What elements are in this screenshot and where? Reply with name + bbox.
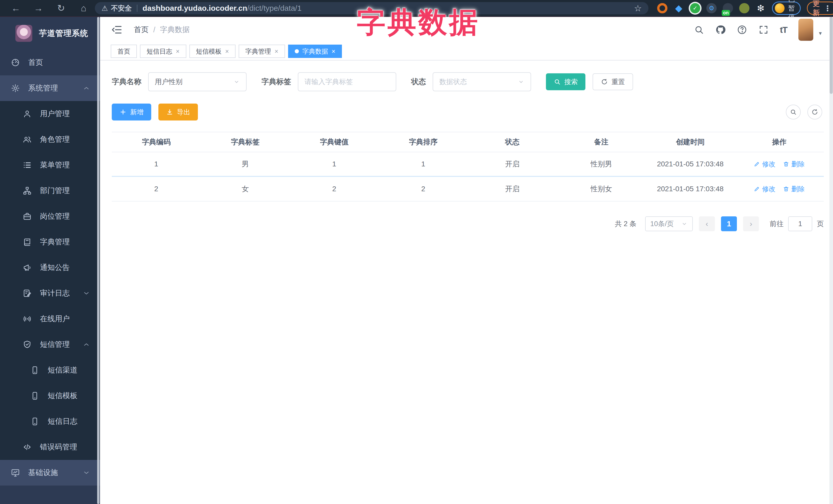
- browser-profile-chip[interactable]: 已暂停: [772, 2, 801, 15]
- reset-button-label: 重置: [612, 77, 625, 87]
- sidebar-item-sms-channel[interactable]: 短信渠道: [0, 357, 100, 383]
- scrollbar-thumb[interactable]: [830, 17, 833, 94]
- sidebar-item-label: 角色管理: [40, 134, 70, 145]
- app-logo: [15, 25, 32, 42]
- close-icon[interactable]: ×: [275, 48, 278, 55]
- extension-check-icon[interactable]: ✓: [690, 3, 700, 13]
- add-button-label: 新增: [130, 108, 144, 117]
- cell-created: 2021-01-05 17:03:48: [646, 185, 735, 193]
- reload-icon[interactable]: ↻: [50, 3, 72, 14]
- dict-label-input[interactable]: [305, 78, 395, 86]
- table-toolbar: 新增 导出: [112, 103, 824, 120]
- tab-sms-template[interactable]: 短信模板 ×: [189, 45, 236, 58]
- browser-window: ← → ↻ ⌂ ⚠ 不安全 dashboard.yudao.iocoder.cn…: [0, 0, 833, 504]
- sidebar-item-notice[interactable]: 通知公告: [0, 255, 100, 281]
- collapse-sidebar-icon[interactable]: [111, 24, 122, 35]
- extension-icon[interactable]: ◆: [673, 3, 684, 13]
- tab-dict-data[interactable]: 字典数据 ×: [288, 45, 342, 58]
- user-avatar[interactable]: [799, 19, 813, 41]
- navbar-actions: tT ▾: [694, 19, 822, 41]
- sidebar-item-label: 系统管理: [28, 83, 58, 93]
- dictionary-icon: [23, 237, 32, 247]
- sidebar-scrollbar[interactable]: [97, 17, 99, 504]
- export-button[interactable]: 导出: [159, 103, 198, 120]
- fullscreen-icon[interactable]: [758, 25, 769, 35]
- sidebar-item-home[interactable]: 首页: [0, 50, 100, 75]
- extension-icon[interactable]: on: [723, 3, 733, 13]
- edit-link[interactable]: 修改: [754, 160, 775, 169]
- refresh-table-button[interactable]: [807, 104, 822, 119]
- search-icon[interactable]: [694, 25, 704, 35]
- edit-link[interactable]: 修改: [754, 185, 775, 194]
- font-size-icon[interactable]: tT: [780, 25, 787, 35]
- home-icon[interactable]: ⌂: [72, 3, 95, 14]
- next-page-button[interactable]: ›: [743, 216, 759, 231]
- sidebar-item-sms-log[interactable]: 短信日志: [0, 409, 100, 434]
- forward-icon[interactable]: →: [27, 3, 50, 14]
- close-icon[interactable]: ×: [332, 48, 335, 55]
- extension-icon[interactable]: ⚙: [706, 3, 717, 13]
- sidebar-item-roles[interactable]: 角色管理: [0, 127, 100, 152]
- tab-home[interactable]: 首页: [111, 45, 137, 58]
- code-icon: [23, 442, 32, 452]
- back-icon[interactable]: ←: [5, 3, 27, 14]
- sidebar-item-online-users[interactable]: 在线用户: [0, 306, 100, 332]
- dashboard-icon: [11, 58, 20, 67]
- goto-page-input[interactable]: [788, 216, 812, 231]
- sidebar-item-sms[interactable]: 短信管理: [0, 332, 100, 357]
- prev-page-button[interactable]: ‹: [699, 216, 715, 231]
- page-size-value: 10条/页: [650, 219, 681, 229]
- extensions-puzzle-icon[interactable]: ❇: [756, 3, 766, 13]
- close-icon[interactable]: ×: [225, 48, 229, 55]
- sidebar-item-users[interactable]: 用户管理: [0, 101, 100, 127]
- breadcrumb-home[interactable]: 首页: [134, 25, 149, 35]
- refresh-icon: [811, 109, 818, 116]
- sidebar-item-departments[interactable]: 部门管理: [0, 178, 100, 203]
- column-header: 字典排序: [379, 137, 468, 147]
- window-scrollbar[interactable]: [829, 17, 833, 504]
- sidebar-item-dict[interactable]: 字典管理: [0, 229, 100, 255]
- sidebar-item-label: 短信模板: [48, 391, 77, 401]
- toggle-search-button[interactable]: [786, 104, 801, 119]
- browser-update-button[interactable]: 更新 ⋮: [807, 2, 833, 15]
- dict-data-table: 字典编码 字典标签 字典键值 字典排序 状态 备注 创建时间 操作 1 男 1 …: [112, 132, 824, 201]
- edit-label: 修改: [762, 160, 775, 169]
- sidebar-item-posts[interactable]: 岗位管理: [0, 203, 100, 229]
- sidebar-item-infrastructure[interactable]: 基础设施: [0, 460, 100, 485]
- add-button[interactable]: 新增: [112, 103, 151, 120]
- cell-value: 2: [290, 185, 379, 193]
- bookmark-star-icon[interactable]: ☆: [634, 3, 642, 13]
- app-logo-row[interactable]: 芋道管理系统: [0, 17, 100, 50]
- sidebar-item-sms-template[interactable]: 短信模板: [0, 383, 100, 409]
- dict-label-label: 字典标签: [261, 77, 291, 87]
- search-button[interactable]: 搜索: [546, 73, 586, 90]
- dict-name-select[interactable]: 用户性别: [148, 72, 246, 91]
- page-size-select[interactable]: 10条/页: [645, 216, 693, 231]
- page-content: 字典名称 用户性别 字典标签 状态 数据状态: [100, 61, 833, 504]
- tab-sms-log[interactable]: 短信日志 ×: [140, 45, 186, 58]
- extension-icon[interactable]: [657, 3, 667, 13]
- column-header: 字典编码: [112, 137, 201, 147]
- phone-icon: [30, 391, 40, 401]
- chevron-up-icon: [82, 341, 90, 349]
- page-number-button[interactable]: 1: [721, 216, 737, 231]
- sidebar-item-error-code[interactable]: 错误码管理: [0, 434, 100, 460]
- sidebar-item-audit-log[interactable]: 审计日志: [0, 281, 100, 306]
- sidebar-item-system[interactable]: 系统管理: [0, 75, 100, 101]
- sidebar-item-label: 通知公告: [40, 263, 70, 273]
- delete-link[interactable]: 删除: [783, 160, 805, 169]
- search-icon: [554, 78, 561, 86]
- help-icon[interactable]: [737, 25, 747, 35]
- sidebar-item-menus[interactable]: 菜单管理: [0, 152, 100, 178]
- status-select[interactable]: 数据状态: [433, 72, 531, 91]
- delete-link[interactable]: 删除: [783, 185, 805, 194]
- github-icon[interactable]: [715, 25, 725, 35]
- extension-icon[interactable]: [739, 3, 749, 13]
- reset-button[interactable]: 重置: [593, 73, 633, 90]
- close-icon[interactable]: ×: [176, 48, 180, 55]
- pencil-icon: [754, 161, 760, 167]
- tab-dict-manage[interactable]: 字典管理 ×: [239, 45, 285, 58]
- trash-icon: [783, 161, 789, 167]
- chevron-down-icon: [82, 469, 90, 477]
- kebab-menu-icon[interactable]: ⋮: [824, 4, 831, 13]
